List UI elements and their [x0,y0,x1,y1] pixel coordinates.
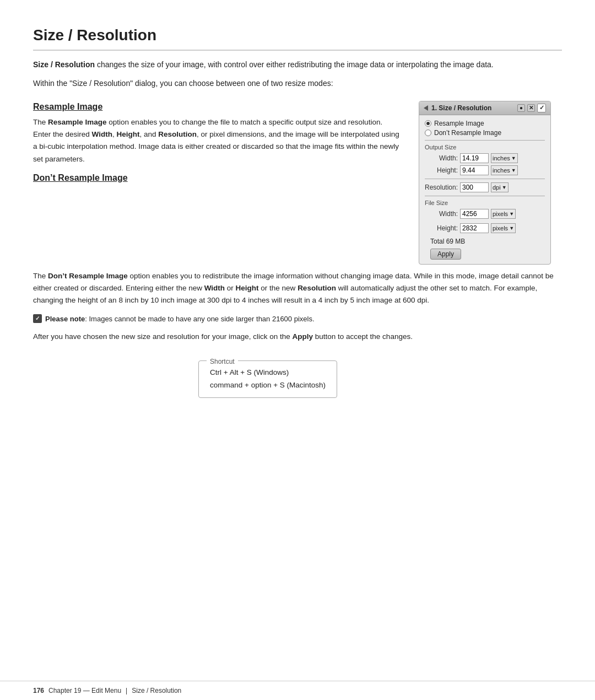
dont-resample-bold1: Don’t Resample Image [48,272,128,280]
file-height-row: Height: pixels ▼ [425,223,516,233]
apply-note: After you have chosen the new size and r… [33,331,562,343]
dont-resample-section: The Don’t Resample Image option enables … [33,270,562,398]
file-height-unit-arrow: ▼ [509,225,514,231]
resample-body: The Resample Image option enables you to… [33,116,402,165]
page-footer: 176 Chapter 19 — Edit Menu | Size / Reso… [0,681,595,700]
shortcut-line2: command + option + S (Macintosh) [210,379,326,392]
footer-separator: | [126,687,127,694]
apply-button[interactable]: Apply [430,249,461,260]
dont-resample-body: The Don’t Resample Image option enables … [33,270,562,307]
resample-heading: Resample Image [33,102,402,112]
height-unit-arrow: ▼ [511,168,516,173]
shortcut-line1: Ctrl + Alt + S (Windows) [210,367,326,379]
file-size-label: File Size [425,200,545,206]
please-note: ✓ Please note: Images cannot be made to … [33,314,562,325]
file-height-label: Height: [425,224,458,232]
height-label: Height: [425,166,458,174]
width-input[interactable] [460,153,489,163]
please-note-text: Please note: Images cannot be made to ha… [45,314,315,325]
height-row: Height: inches ▼ [425,165,545,175]
page-title: Size / Resolution [33,26,562,51]
file-size-fields: Width: pixels ▼ Height: [425,209,545,235]
dialog-close-btn[interactable]: ✕ [527,104,535,112]
resolution-unit-select[interactable]: dpi ▼ [491,182,509,192]
dialog-controls: ● ✕ ✓ [517,104,546,112]
dont-resample-radio-row: Don’t Resample Image [425,129,545,137]
dont-resample-radio[interactable] [425,130,431,136]
size-resolution-dialog: 1. Size / Resolution ● ✕ ✓ Resample Imag… [419,101,551,265]
resolution-unit-text: dpi [493,184,501,191]
width-unit-arrow: ▼ [511,155,516,161]
width-label: Width: [425,154,458,162]
dialog-dot-btn[interactable]: ● [517,104,525,112]
shortcut-box: Shortcut Ctrl + Alt + S (Windows) comman… [198,360,337,398]
height-input[interactable] [460,165,489,175]
file-height-unit-select[interactable]: pixels ▼ [491,223,516,233]
resample-bold1: Resample Image [48,118,107,126]
dialog-body: Resample Image Don’t Resample Image Outp… [419,115,550,264]
footer-section: Size / Resolution [132,687,181,694]
file-width-row: Width: pixels ▼ [425,209,516,219]
dialog-title-label: 1. Size / Resolution [424,104,491,112]
file-width-input[interactable] [460,209,489,219]
dialog-title-text: 1. Size / Resolution [431,104,491,112]
intro-paragraph: Size / Resolution changes the size of yo… [33,58,562,71]
width-unit-select[interactable]: inches ▼ [491,153,518,163]
file-width-unit-text: pixels [493,211,508,217]
output-size-label: Output Size [425,144,545,150]
resample-radio-label: Resample Image [434,120,484,127]
width-row: Width: inches ▼ [425,153,545,163]
resolution-input[interactable] [460,182,489,192]
dialog-titlebar: 1. Size / Resolution ● ✕ ✓ [419,101,550,115]
height-unit-select[interactable]: inches ▼ [491,165,518,175]
total-size: Total 69 MB [425,238,545,245]
resolution-row: Resolution: dpi ▼ [425,182,545,192]
dont-resample-radio-label: Don’t Resample Image [434,129,501,137]
resample-radio[interactable] [425,120,431,127]
footer-page-number: 176 [33,687,44,694]
dont-resample-heading: Don’t Resample Image [33,173,402,183]
footer-chapter: Chapter 19 — Edit Menu [48,687,121,694]
file-height-unit-text: pixels [493,225,508,231]
resolution-unit-arrow: ▼ [502,185,507,190]
resolution-label: Resolution: [425,184,458,191]
resample-radio-row: Resample Image [425,120,545,127]
right-column: 1. Size / Resolution ● ✕ ✓ Resample Imag… [419,96,562,265]
dialog-check-btn[interactable]: ✓ [537,104,546,112]
file-width-unit-select[interactable]: pixels ▼ [491,209,516,219]
file-width-unit-arrow: ▼ [509,211,514,217]
left-column: Resample Image The Resample Image option… [33,96,402,265]
note-icon: ✓ [33,314,42,323]
height-unit-text: inches [493,167,510,174]
file-dimensions: Width: pixels ▼ Height: [425,209,516,235]
file-height-input[interactable] [460,223,489,233]
shortcut-title: Shortcut [207,356,238,367]
width-unit-text: inches [493,155,510,161]
intro-bold: Size / Resolution [33,60,95,69]
intro-paragraph-2: Within the "Size / Resolution" dialog, y… [33,77,562,89]
file-width-label: Width: [425,210,458,218]
content-area: Resample Image The Resample Image option… [33,96,562,265]
collapse-icon[interactable] [424,105,428,111]
